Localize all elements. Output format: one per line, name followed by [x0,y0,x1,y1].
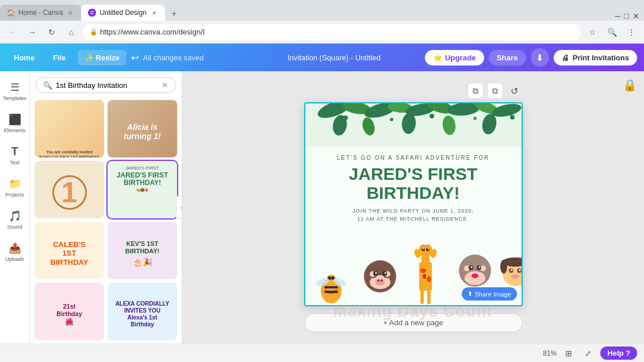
template-preview-7: 21stBirthday 🌺 [34,283,104,340]
template-card-4[interactable]: JARED'S FIRST JARED'S FIRSTBIRTHDAY! 🐝🐻🦊 [108,161,177,218]
maximize-button[interactable]: □ [624,11,629,21]
sidebar-item-templates[interactable]: ☰ Templates [2,76,28,106]
sidebar-item-elements[interactable]: ⬛ Elements [2,108,28,138]
card-title-line1: Jared's First [349,164,478,183]
template-card-6[interactable]: KEV'S 1STBIRTHDAY! 🎂🎉 [108,222,177,279]
tab-home-canva[interactable]: 🏠 Home - Canva ✕ [0,5,81,21]
svg-point-41 [381,279,383,282]
svg-point-74 [511,269,512,271]
upgrade-star-icon: ⭐ [433,53,443,62]
projects-icon: 📁 [9,178,21,190]
card-detail-line1: Join the wild party on June 1, 2020, [352,208,473,214]
add-page-button[interactable]: + Add a new page [304,313,523,332]
svg-point-75 [519,269,520,271]
grid-view-button[interactable]: ⊞ [561,346,576,361]
copy-frame-button[interactable]: ⧉ [487,83,503,99]
template-preview-6: KEV'S 1STBIRTHDAY! 🎂🎉 [108,222,177,279]
duplicate-frame-button[interactable]: ⧉ [467,83,484,99]
sidebar-projects-label: Projects [5,192,24,198]
sidebar-item-uploads[interactable]: 📤 Uploads [2,237,28,267]
canva-app: Home File ✨ Resize ↩ All changes saved I… [0,44,644,362]
minimize-button[interactable]: ─ [615,11,621,21]
magic-resize-icon: ✨ [85,53,94,62]
main-area: ☰ Templates ⬛ Elements T Text 📁 Projects… [0,71,644,344]
home-button[interactable]: Home [7,50,41,66]
card-safari-line: Let's go on a safari adventure for [337,155,490,161]
reload-button[interactable]: ↻ [44,24,60,40]
elements-icon: ⬛ [9,113,21,126]
tab-home-favicon: 🏠 [7,9,15,17]
canvas-lock-icon[interactable]: 🔒 [623,78,637,92]
search-icon: 🔍 [43,81,52,90]
help-button[interactable]: Help ? [600,346,637,360]
template-card-2[interactable]: Alicia isturning 1! [108,100,177,157]
tab-home-close[interactable]: ✕ [66,9,74,17]
template-card-8[interactable]: ALEXA CORDIALLYINVITES YOUAlexa's 1stBir… [108,283,177,340]
panel-toggle-button[interactable]: ‹ [176,196,182,219]
template-card-7[interactable]: 21stBirthday 🌺 [34,283,104,340]
download-button[interactable]: ⬇ [531,48,549,67]
svg-point-8 [490,103,522,119]
svg-point-69 [478,267,480,268]
canvas-frame[interactable]: Let's go on a safari adventure for Jared… [304,102,523,306]
svg-point-12 [473,117,477,120]
sound-icon: 🎵 [9,210,21,222]
svg-point-38 [384,272,386,274]
refresh-design-button[interactable]: ↺ [507,83,523,99]
share-icon: ⬆ [467,290,473,298]
sidebar-templates-label: Templates [3,95,26,101]
svg-rect-26 [324,291,338,293]
print-button[interactable]: 🖨 Print Invitations [554,50,637,66]
address-bar[interactable]: 🔒 [83,24,581,40]
sidebar-item-sound[interactable]: 🎵 Sound [2,205,28,234]
template-preview-5: CALEB'S1STBIRTHDAY [34,222,104,279]
url-input[interactable] [100,28,574,36]
share-button[interactable]: Share [489,50,526,66]
svg-rect-59 [427,290,431,304]
extensions-button[interactable]: ⋮ [623,24,639,40]
text-icon: T [11,145,18,158]
sidebar-item-text[interactable]: T Text [2,140,28,170]
svg-point-46 [427,276,431,282]
svg-point-37 [375,272,377,274]
tab-untitled-close[interactable]: ✕ [150,9,158,17]
home-nav-button[interactable]: ⌂ [63,24,79,40]
lock-icon: 🔒 [90,28,98,36]
design-title: Invitation (Square) - Untitled [288,53,381,62]
upgrade-button[interactable]: ⭐ Upgrade [425,50,484,66]
zoom-level: 81% [543,349,557,357]
canvas-area: 🔒 ⧉ ⧉ ↺ [182,71,644,344]
svg-point-45 [420,268,426,273]
canvas-top-controls: ⧉ ⧉ ↺ [304,83,523,99]
template-card-3[interactable]: 1 [34,161,104,218]
close-window-button[interactable]: ✕ [632,11,639,21]
card-details: Join the wild party on June 1, 2020, 11 … [352,207,473,224]
tab-untitled-design[interactable]: C Untitled Design ✕ [81,5,164,21]
sidebar-item-projects[interactable]: 📁 Projects [2,172,28,202]
svg-point-68 [470,267,472,268]
bookmark-button[interactable]: ☆ [584,24,600,40]
tab-bar: 🏠 Home - Canva ✕ C Untitled Design ✕ + ─… [0,0,644,21]
forward-button[interactable]: → [24,24,40,40]
svg-point-78 [500,260,507,274]
svg-point-17 [441,115,457,136]
saved-status: All changes saved [143,53,204,62]
share-image-button[interactable]: ⬆ Share Image [462,287,517,301]
template-card-5[interactable]: CALEB'S1STBIRTHDAY [34,222,104,279]
sidebar-icons: ☰ Templates ⬛ Elements T Text 📁 Projects… [0,71,30,344]
resize-button[interactable]: ✨ Resize [78,50,126,66]
search-nav-button[interactable]: 🔍 [604,24,620,40]
printer-icon: 🖨 [562,53,569,62]
new-tab-button[interactable]: + [167,7,181,21]
fullscreen-button[interactable]: ⤢ [581,346,596,361]
svg-rect-54 [427,245,430,249]
card-detail-line2: 11 AM at the Mitchell Residence. [357,216,469,222]
back-button[interactable]: ← [5,24,21,40]
svg-point-40 [377,279,379,282]
undo-button[interactable]: ↩ [131,52,139,63]
clear-search-button[interactable]: ✕ [162,80,168,90]
file-button[interactable]: File [46,50,72,66]
svg-rect-58 [420,290,424,304]
template-card-1[interactable]: You are cordially invitedBABY CALEB'S 1S… [34,100,104,157]
search-input[interactable] [56,81,158,90]
